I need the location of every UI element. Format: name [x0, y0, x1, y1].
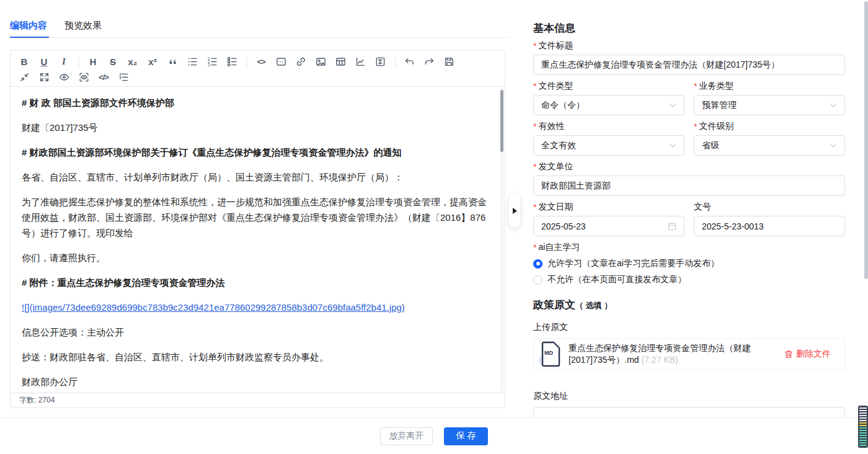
- heading-icon[interactable]: H: [86, 55, 100, 69]
- tab-edit-content[interactable]: 编辑内容: [10, 20, 47, 38]
- page-scrollbar-thumb[interactable]: [864, 1, 868, 279]
- editor-image-link[interactable]: ![](images/73dee69289d699bc783b9c23d9421…: [22, 300, 489, 315]
- radio-option-label: 允许学习（文章在ai学习完后需要手动发布）: [547, 258, 719, 269]
- editor-scrollbar-track[interactable]: [500, 88, 503, 391]
- upload-label: 上传原文: [533, 322, 845, 333]
- chevron-down-icon: [669, 102, 676, 109]
- subscript-icon[interactable]: x₂: [125, 55, 140, 69]
- label-doc-level: * 文件级别: [694, 121, 845, 132]
- ai-learn-radio-group: 允许学习（文章在ai学习完后需要手动发布）不允许（在本页面可直接发布文章）: [533, 258, 845, 285]
- outline-icon[interactable]: [116, 70, 131, 85]
- undo-icon[interactable]: [402, 55, 417, 69]
- editor-paragraph: 信息公开选项：主动公开: [22, 324, 489, 340]
- md-file-icon: MD: [540, 341, 562, 367]
- required-asterisk: *: [533, 81, 536, 91]
- uploaded-file-card: MD 重点生态保护修复治理专项资金管理办法（财建[2017]735号）.md (…: [533, 338, 845, 370]
- required-asterisk: *: [533, 202, 536, 212]
- section-title-policy: 政策原文（ 选填 ）: [533, 298, 845, 312]
- heading-icon-glyph: H: [90, 57, 97, 66]
- shrink-icon[interactable]: [17, 70, 32, 85]
- toolbar-row-1: BUIHSx₂x²123<>: [17, 54, 505, 69]
- radio-unselected-icon[interactable]: [533, 275, 542, 285]
- code-block-icon[interactable]: [273, 55, 288, 69]
- subscript-icon-glyph: x₂: [128, 57, 137, 66]
- cancel-button[interactable]: 放弃离开: [380, 427, 433, 445]
- issue-date-picker[interactable]: 2025-05-23: [533, 216, 684, 236]
- validity-select[interactable]: 全文有效: [533, 135, 684, 156]
- svg-text:3: 3: [208, 63, 210, 67]
- chevron-right-icon: [513, 208, 517, 214]
- doc-title-input[interactable]: [533, 55, 845, 75]
- label-biz-type: * 业务类型: [694, 81, 845, 92]
- doc-type-select[interactable]: 命令（令）: [533, 95, 684, 115]
- bold-icon[interactable]: B: [17, 55, 32, 69]
- inline-code-icon[interactable]: <>: [254, 55, 268, 69]
- required-asterisk: *: [533, 122, 536, 131]
- blockquote-icon[interactable]: [165, 55, 180, 69]
- editor-paragraph: 财建〔2017]735号: [22, 120, 489, 135]
- file-size: (7.27 KB): [642, 355, 678, 365]
- ai-learn-option-allow[interactable]: 允许学习（文章在ai学习完后需要手动发布）: [533, 258, 845, 269]
- source-code-icon[interactable]: </>: [96, 70, 111, 85]
- panel-collapse-toggle[interactable]: [509, 194, 520, 228]
- editor-paragraph: 为了准确把握生态保护修复的整体性和系统性，进一步规范和加强重点生态保护修复治理专…: [22, 194, 489, 241]
- chevron-down-icon: [830, 142, 837, 149]
- radio-option-label: 不允许（在本页面可直接发布文章）: [547, 274, 686, 285]
- formula-icon[interactable]: [373, 55, 388, 69]
- label-validity: * 有效性: [533, 121, 684, 132]
- ai-learn-option-deny[interactable]: 不允许（在本页面可直接发布文章）: [533, 274, 845, 285]
- doc-level-select[interactable]: 省级: [694, 135, 845, 156]
- required-asterisk: *: [533, 243, 536, 252]
- bold-icon-glyph: B: [21, 57, 28, 66]
- source-code-icon-glyph: </>: [99, 73, 108, 81]
- image-icon[interactable]: [313, 55, 328, 69]
- underline-icon-glyph: U: [41, 57, 48, 66]
- footer-action-bar: 放弃离开 保 存: [0, 417, 868, 454]
- redo-icon[interactable]: [422, 55, 436, 69]
- editor-paragraph: 你们，请遵照执行。: [22, 250, 489, 265]
- label-doc-title: * 文件标题: [533, 40, 845, 51]
- save-icon[interactable]: [441, 55, 456, 69]
- word-count: 字数: 2704: [19, 396, 55, 404]
- required-asterisk: *: [533, 41, 536, 51]
- link-icon[interactable]: [293, 55, 308, 69]
- editor-content[interactable]: # 财 政 部国土资源部文件环境保护部财建〔2017]735号# 财政部国土资源…: [11, 87, 500, 393]
- issuer-input[interactable]: [533, 176, 845, 196]
- required-asterisk: *: [533, 162, 536, 172]
- editor-paragraph: 各省、自治区、直辖市、计划单列市财政厅（局）、国土资源主管部门、环境保护厅（局）…: [22, 169, 489, 185]
- toolbar-divider: [79, 57, 79, 67]
- read-mode-icon[interactable]: [76, 70, 91, 85]
- fullscreen-icon[interactable]: [37, 70, 51, 85]
- toolbar-divider: [395, 57, 396, 67]
- editor-heading: # 财 政 部国土资源部文件环境保护部: [22, 95, 489, 110]
- preview-icon[interactable]: [56, 70, 71, 85]
- required-asterisk: *: [694, 81, 697, 91]
- label-doc-no: 文号: [694, 202, 845, 213]
- task-list-icon[interactable]: [224, 55, 239, 69]
- bullet-list-icon[interactable]: [185, 55, 200, 69]
- radio-selected-icon[interactable]: [533, 259, 542, 269]
- scroll-minimap-widget[interactable]: [858, 406, 868, 448]
- basic-info-form: 基本信息 * 文件标题 * 文件类型 命令（令） * 业务类型: [533, 0, 845, 439]
- active-tab-indicator: [10, 37, 49, 38]
- superscript-icon[interactable]: x²: [145, 55, 160, 69]
- editor-heading: # 财政部国土资源部环境保护部关于修订《重点生态保护修复治理专项资金管理办法》的…: [22, 145, 489, 160]
- biz-type-select[interactable]: 预算管理: [694, 95, 845, 115]
- tab-preview[interactable]: 预览效果: [64, 20, 102, 38]
- chart-icon[interactable]: [353, 55, 368, 69]
- tabs-divider: [10, 37, 508, 38]
- scroll-minimap-stripes: [859, 407, 867, 446]
- inline-code-icon-glyph: <>: [257, 58, 265, 66]
- editor-scrollbar-thumb[interactable]: [500, 90, 503, 152]
- label-ai-learn: * ai自主学习: [533, 242, 845, 253]
- table-icon[interactable]: [333, 55, 348, 69]
- italic-icon[interactable]: I: [56, 55, 71, 69]
- delete-file-button[interactable]: 删除文件: [784, 349, 831, 360]
- ordered-list-icon[interactable]: 123: [205, 55, 219, 69]
- save-button[interactable]: 保 存: [444, 427, 488, 445]
- doc-no-input[interactable]: [694, 216, 845, 236]
- label-issue-date: * 发文日期: [533, 202, 684, 213]
- strikethrough-icon[interactable]: S: [105, 55, 120, 69]
- underline-icon[interactable]: U: [37, 55, 51, 69]
- chevron-down-icon: [830, 102, 837, 109]
